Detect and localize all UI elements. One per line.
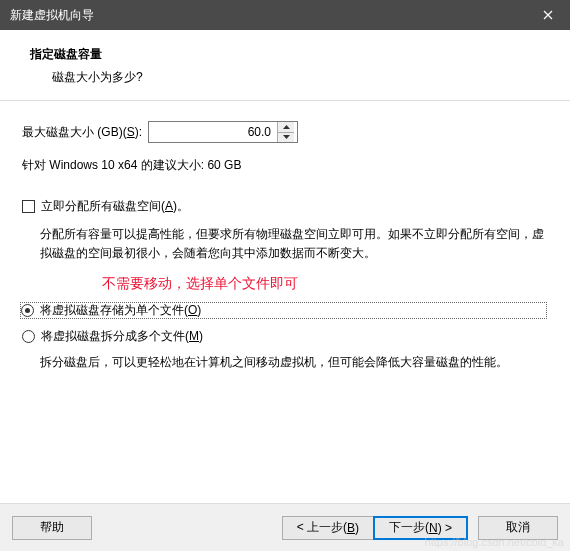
spinner-down[interactable] [278,133,294,143]
spinner-up[interactable] [278,122,294,133]
allocate-all-checkbox[interactable] [22,200,35,213]
radio-split-files-label: 将虚拟磁盘拆分成多个文件(M) [41,328,203,345]
help-button[interactable]: 帮助 [12,516,92,540]
back-button[interactable]: < 上一步(B) [282,516,374,540]
window-title: 新建虚拟机向导 [10,7,525,24]
radio-single-file[interactable]: 将虚拟磁盘存储为单个文件(O) [19,301,548,320]
radio-split-files[interactable]: 将虚拟磁盘拆分成多个文件(M) [22,328,548,345]
disk-size-spinner [277,122,294,142]
wizard-content: 最大磁盘大小 (GB)(S): 针对 Windows 10 x64 的建议大小:… [0,101,570,395]
page-title: 指定磁盘容量 [30,46,550,63]
wizard-header: 指定磁盘容量 磁盘大小为多少? [0,30,570,101]
page-subtitle: 磁盘大小为多少? [52,69,550,86]
recommended-size: 针对 Windows 10 x64 的建议大小: 60 GB [22,157,548,174]
user-annotation: 不需要移动，选择单个文件即可 [102,275,548,293]
radio-single-file-label: 将虚拟磁盘存储为单个文件(O) [40,302,201,319]
watermark: https://blog.csdn.net/cold_ka [425,536,564,548]
allocate-all-label: 立即分配所有磁盘空间(A)。 [41,198,189,215]
allocate-all-checkbox-row[interactable]: 立即分配所有磁盘空间(A)。 [22,198,548,215]
radio-split-files-button[interactable] [22,330,35,343]
close-button[interactable] [525,0,570,30]
disk-size-row: 最大磁盘大小 (GB)(S): [22,121,548,143]
disk-size-label: 最大磁盘大小 (GB)(S): [22,124,142,141]
radio-single-file-button[interactable] [21,304,34,317]
disk-size-input-wrap [148,121,298,143]
radio-split-desc: 拆分磁盘后，可以更轻松地在计算机之间移动虚拟机，但可能会降低大容量磁盘的性能。 [40,353,548,372]
allocate-all-desc: 分配所有容量可以提高性能，但要求所有物理磁盘空间立即可用。如果不立即分配所有空间… [40,225,548,263]
disk-size-input[interactable] [149,122,277,142]
titlebar: 新建虚拟机向导 [0,0,570,30]
chevron-down-icon [283,135,290,139]
chevron-up-icon [283,125,290,129]
close-icon [543,10,553,20]
